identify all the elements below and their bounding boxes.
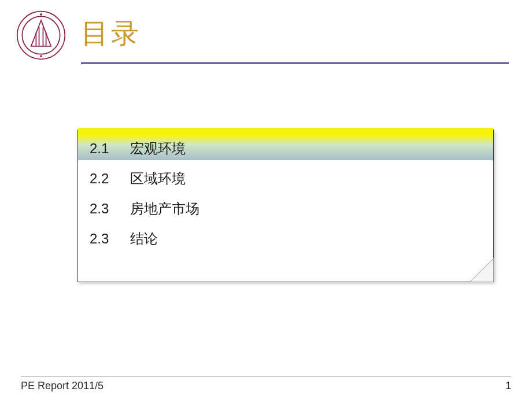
toc-label: 房地产市场 <box>130 200 482 218</box>
toc-num: 2.3 <box>90 231 130 247</box>
svg-point-1 <box>22 16 60 54</box>
title-rule <box>81 62 509 64</box>
toc-num: 2.1 <box>90 141 130 157</box>
toc-box: 2.1 宏观环境 2.2 区域环境 2.3 房地产市场 2.3 结论 <box>77 130 494 282</box>
toc-row: 2.3 结论 <box>90 224 482 254</box>
svg-point-3 <box>40 55 42 57</box>
toc-label: 区域环境 <box>130 169 482 188</box>
toc-num: 2.3 <box>90 201 130 217</box>
footer: PE Report 2011/5 1 <box>21 376 511 392</box>
title-area: 目录 <box>81 15 509 64</box>
toc-row: 2.1 宏观环境 <box>90 134 482 164</box>
toc-items: 2.1 宏观环境 2.2 区域环境 2.3 房地产市场 2.3 结论 <box>90 134 482 254</box>
footer-left: PE Report 2011/5 <box>21 380 104 392</box>
page-fold-icon <box>470 258 494 282</box>
svg-point-2 <box>40 13 42 16</box>
toc-row: 2.3 房地产市场 <box>90 194 482 224</box>
page-title: 目录 <box>81 15 509 52</box>
toc-label: 结论 <box>130 230 482 248</box>
toc-num: 2.2 <box>90 171 130 187</box>
toc-row: 2.2 区域环境 <box>90 164 482 194</box>
svg-point-0 <box>17 12 65 60</box>
org-logo <box>16 10 66 60</box>
footer-line: PE Report 2011/5 1 <box>21 380 511 392</box>
footer-rule <box>21 376 511 376</box>
page-number: 1 <box>505 380 511 392</box>
toc-label: 宏观环境 <box>130 139 482 158</box>
